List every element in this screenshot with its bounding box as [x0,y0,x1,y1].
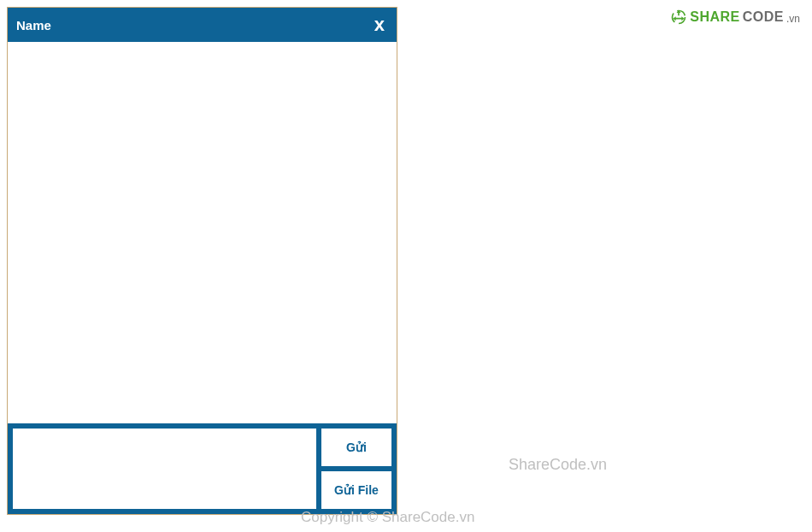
recycle-icon [670,9,687,26]
watermark-share-text: SHARE [690,9,740,25]
chat-window: Name x Gửi Gửi File [7,7,397,515]
watermark-code-text: CODE [743,9,784,25]
send-button[interactable]: Gửi [321,429,391,466]
close-icon[interactable]: x [371,15,388,34]
chat-footer: Gửi Gửi File [8,423,397,514]
watermark-center-text: ShareCode.vn [509,456,607,474]
watermark-vn-text: .vn [786,13,800,25]
chat-header: Name x [8,8,397,42]
chat-messages-area [8,42,397,423]
watermark-logo: SHARECODE.vn [670,9,800,26]
send-file-button[interactable]: Gửi File [321,471,391,509]
chat-buttons-group: Gửi Gửi File [321,429,391,509]
chat-title: Name [16,18,51,33]
watermark-copyright-text: Copyright © ShareCode.vn [301,509,474,526]
message-input[interactable] [13,429,316,509]
